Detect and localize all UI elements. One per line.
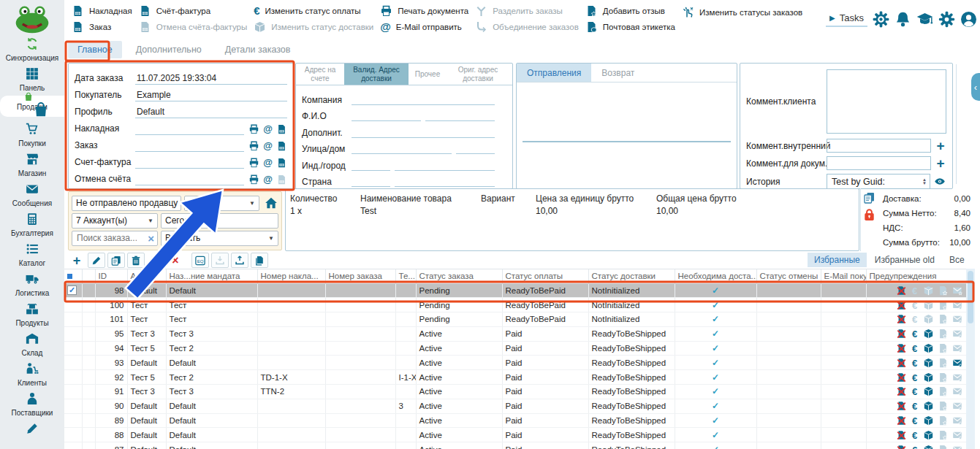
street-field[interactable] bbox=[352, 143, 452, 154]
scrollbar-thumb[interactable] bbox=[968, 271, 973, 323]
import-button[interactable] bbox=[211, 253, 229, 268]
column-header[interactable]: Те... bbox=[395, 269, 416, 283]
tab-additional[interactable]: Дополнительно bbox=[126, 41, 211, 58]
euro-status-icon[interactable]: € bbox=[911, 430, 919, 440]
company-field[interactable] bbox=[352, 94, 495, 105]
buyer-field[interactable]: Example bbox=[135, 90, 287, 101]
euro-status-icon[interactable]: € bbox=[911, 329, 919, 339]
toolbar-item-print-document[interactable]: Печать документа bbox=[380, 5, 468, 17]
sidebar-item-accounting[interactable]: Бухгалтерия bbox=[0, 210, 64, 239]
column-header[interactable]: Статус оплаты bbox=[502, 269, 588, 283]
education-icon[interactable] bbox=[916, 11, 933, 28]
tab-original-shipping-address[interactable]: Ориг. адрес доставки bbox=[447, 64, 509, 85]
package-status-icon[interactable] bbox=[923, 430, 934, 440]
document-star-icon[interactable] bbox=[938, 358, 949, 368]
document-star-icon[interactable] bbox=[938, 329, 949, 339]
row-checkbox[interactable]: ✓ bbox=[67, 285, 77, 295]
euro-status-icon[interactable]: € bbox=[911, 343, 919, 353]
delivery-note-field[interactable] bbox=[135, 123, 244, 135]
sidebar-item-messages[interactable]: Сообщения bbox=[0, 180, 64, 209]
toolbar-item-send-email[interactable]: @ E-Mail отправить bbox=[380, 21, 468, 33]
toolbar-item-add-review[interactable]: Добавить отзыв bbox=[585, 5, 675, 17]
order-search-input[interactable] bbox=[75, 232, 138, 244]
clear-search-icon[interactable]: × bbox=[148, 232, 154, 245]
add-button[interactable]: + bbox=[68, 253, 86, 268]
tab-other[interactable]: Прочее bbox=[409, 64, 447, 85]
invoice-cancel-icon[interactable] bbox=[896, 430, 907, 440]
settings-icon[interactable] bbox=[938, 11, 955, 28]
invoice-cancel-icon[interactable] bbox=[896, 445, 907, 449]
column-header[interactable]: E-Mail покуп bbox=[821, 269, 866, 283]
toolbar-item-change-delivery-status[interactable]: Изменить статус доставки bbox=[254, 21, 373, 33]
order-date-field[interactable]: 11.07.2025 19:33:04 bbox=[135, 73, 287, 85]
email-star-icon[interactable] bbox=[952, 285, 963, 296]
additional-field[interactable] bbox=[352, 127, 495, 138]
package-status-icon[interactable] bbox=[923, 445, 934, 449]
euro-status-icon[interactable]: € bbox=[911, 300, 919, 310]
table-row[interactable]: 95Тест 3Тест 3ActivePaidReadyToBeShipped… bbox=[64, 326, 966, 341]
invoice-cancel-icon[interactable] bbox=[896, 300, 907, 310]
table-row[interactable]: 87DefaultDefaultActivePaidReadyToBeShipp… bbox=[64, 442, 966, 449]
tab-favorites-old[interactable]: Избранные old bbox=[868, 253, 941, 267]
euro-status-icon[interactable]: € bbox=[911, 386, 919, 396]
document-star-icon[interactable] bbox=[938, 445, 949, 449]
country-code-field[interactable] bbox=[352, 176, 390, 187]
toolbar-item-cancel-invoice[interactable]: Отмена счёта-фактуры bbox=[139, 21, 248, 33]
invoice-cancel-icon[interactable] bbox=[896, 372, 907, 383]
column-header[interactable]: Статус доставки bbox=[588, 269, 675, 283]
account-icon[interactable] bbox=[960, 11, 977, 28]
toolbar-item-postal-label[interactable]: Почтовая этикетка bbox=[585, 21, 675, 33]
tasks-button[interactable]: ▶ Tasks bbox=[826, 12, 867, 27]
table-row[interactable]: 89DefaultDefaultActivePaidReadyToBeShipp… bbox=[64, 413, 966, 428]
zip-field[interactable] bbox=[352, 160, 390, 171]
invoice-field[interactable] bbox=[135, 157, 244, 169]
home-icon[interactable] bbox=[264, 196, 278, 210]
euro-status-icon[interactable]: € bbox=[911, 358, 919, 368]
profile-field[interactable]: Default bbox=[135, 107, 287, 118]
invoice-cancel-icon[interactable] bbox=[896, 415, 907, 426]
toolbar-item-delivery-note[interactable]: Накладная bbox=[72, 5, 132, 17]
tab-valid-shipping-address[interactable]: Валид. Адрес доставки bbox=[344, 64, 409, 85]
add-document-comment-button[interactable]: + bbox=[935, 158, 946, 169]
print-icon[interactable] bbox=[248, 141, 259, 151]
tab-order-details[interactable]: Детали заказов bbox=[216, 41, 300, 58]
sidebar-item-shop[interactable]: Магазин bbox=[0, 150, 64, 179]
column-header[interactable]: Предупреждения bbox=[866, 269, 966, 283]
euro-status-icon[interactable]: € bbox=[911, 401, 919, 411]
email-star-icon[interactable] bbox=[952, 445, 963, 449]
toolbar-item-split-orders[interactable]: Разделить заказы bbox=[475, 5, 579, 17]
search-eq-button[interactable]: EQ bbox=[191, 253, 209, 268]
email-star-icon[interactable] bbox=[952, 343, 963, 353]
email-icon[interactable]: @ bbox=[263, 124, 273, 134]
document-star-icon[interactable] bbox=[938, 300, 949, 310]
toolbar-item-invoice[interactable]: Счёт-фактура bbox=[139, 5, 248, 17]
sidebar-item-customers[interactable]: Клиенты bbox=[0, 360, 64, 388]
client-comment-textarea[interactable] bbox=[827, 69, 946, 134]
clear-filter-button[interactable]: × bbox=[167, 253, 184, 268]
euro-status-icon[interactable]: € bbox=[911, 372, 919, 383]
invoice-cancel-icon[interactable] bbox=[896, 314, 907, 324]
house-field[interactable] bbox=[456, 143, 495, 154]
table-row[interactable]: 90DefaultDefault3ActivePaidReadyToBeShip… bbox=[64, 399, 966, 413]
email-star-icon[interactable] bbox=[952, 415, 963, 426]
column-header[interactable]: Необходима доста... bbox=[675, 269, 756, 283]
package-status-icon[interactable] bbox=[923, 358, 934, 368]
filter-button[interactable] bbox=[147, 253, 164, 268]
column-header[interactable]: ID bbox=[95, 269, 127, 283]
euro-status-icon[interactable]: € bbox=[911, 285, 919, 296]
invoice-cancel-icon[interactable] bbox=[896, 401, 907, 411]
tab-billing-address[interactable]: Адрес на счете bbox=[296, 64, 344, 85]
print-icon[interactable] bbox=[248, 124, 259, 134]
document-star-icon[interactable] bbox=[938, 343, 949, 353]
column-header[interactable]: Статус заказа bbox=[416, 269, 502, 283]
edit-button[interactable] bbox=[88, 253, 105, 268]
euro-status-icon[interactable]: € bbox=[911, 415, 919, 426]
table-row[interactable]: 94Тест 5Тест 2ActivePaidReadyToBeShipped… bbox=[64, 341, 966, 356]
date-filter-dropdown[interactable]: Сегодня bbox=[161, 213, 278, 229]
document-star-icon[interactable] bbox=[938, 386, 949, 396]
package-status-icon[interactable] bbox=[923, 415, 934, 426]
email-star-icon[interactable] bbox=[952, 372, 963, 383]
email-icon[interactable]: @ bbox=[263, 141, 273, 151]
table-row[interactable]: 100ТестТестPendingReadyToBePaidNotInitia… bbox=[64, 298, 966, 312]
sidebar-item-catalog[interactable]: Каталог bbox=[0, 240, 64, 269]
